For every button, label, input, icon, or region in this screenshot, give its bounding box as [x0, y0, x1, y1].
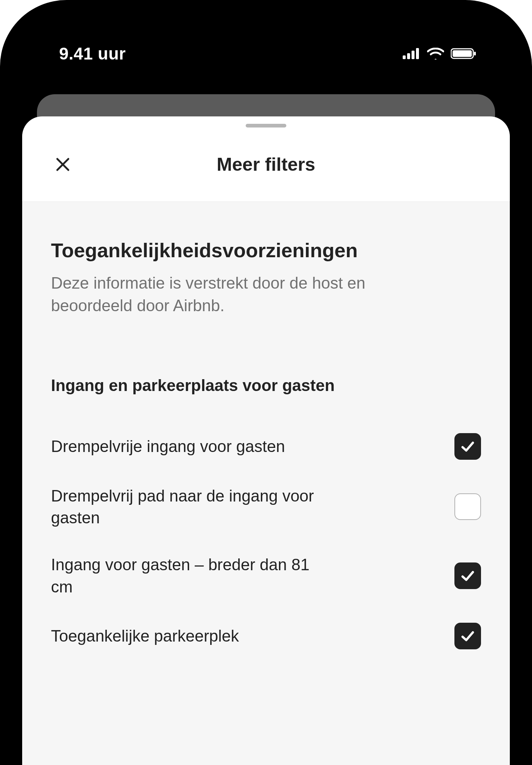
section-subheading: Deze informatie is verstrekt door de hos… [51, 272, 439, 317]
option-checkbox[interactable] [454, 493, 481, 520]
section-heading: Toegankelijkheidsvoorzieningen [51, 239, 481, 262]
option-checkbox[interactable] [454, 562, 481, 589]
group-title: Ingang en parkeerplaats voor gasten [51, 376, 481, 395]
grabber-handle[interactable] [246, 124, 286, 127]
close-button[interactable] [51, 153, 75, 176]
option-checkbox[interactable] [454, 623, 481, 649]
svg-rect-2 [412, 51, 415, 59]
status-bar: 9.41 uur [22, 22, 510, 85]
wifi-icon [427, 48, 444, 59]
close-icon [55, 157, 70, 172]
options-list: Drempelvrije ingang voor gasten Drempelv… [51, 421, 481, 662]
option-label: Ingang voor gasten – breder dan 81 cm [51, 554, 332, 598]
option-checkbox[interactable] [454, 433, 481, 460]
checkmark-icon [460, 438, 476, 455]
svg-rect-1 [407, 53, 410, 59]
filters-sheet: Meer filters Toegankelijkheidsvoorzienin… [22, 116, 510, 765]
cellular-icon [403, 48, 420, 59]
svg-rect-5 [453, 50, 472, 57]
status-time: 9.41 uur [59, 44, 126, 64]
screen: 9.41 uur [22, 22, 510, 765]
stage: 9.41 uur [0, 0, 532, 765]
svg-rect-0 [403, 55, 406, 59]
sheet-header: Meer filters [22, 127, 510, 201]
option-label: Drempelvrije ingang voor gasten [51, 435, 285, 457]
battery-icon [451, 48, 477, 59]
sheet-body[interactable]: Toegankelijkheidsvoorzieningen Deze info… [22, 201, 510, 765]
option-row[interactable]: Drempelvrij pad naar de ingang voor gast… [51, 472, 481, 541]
option-label: Drempelvrij pad naar de ingang voor gast… [51, 485, 332, 529]
sheet-title: Meer filters [217, 154, 316, 175]
option-row[interactable]: Ingang voor gasten – breder dan 81 cm [51, 541, 481, 610]
checkmark-icon [460, 628, 476, 644]
svg-rect-3 [416, 48, 419, 59]
option-row[interactable]: Toegankelijke parkeerplek [51, 610, 481, 662]
status-icons [403, 48, 477, 59]
checkmark-icon [460, 568, 476, 584]
phone-frame: 9.41 uur [0, 0, 532, 765]
option-row[interactable]: Drempelvrije ingang voor gasten [51, 421, 481, 472]
svg-rect-6 [474, 52, 476, 55]
option-label: Toegankelijke parkeerplek [51, 625, 239, 647]
